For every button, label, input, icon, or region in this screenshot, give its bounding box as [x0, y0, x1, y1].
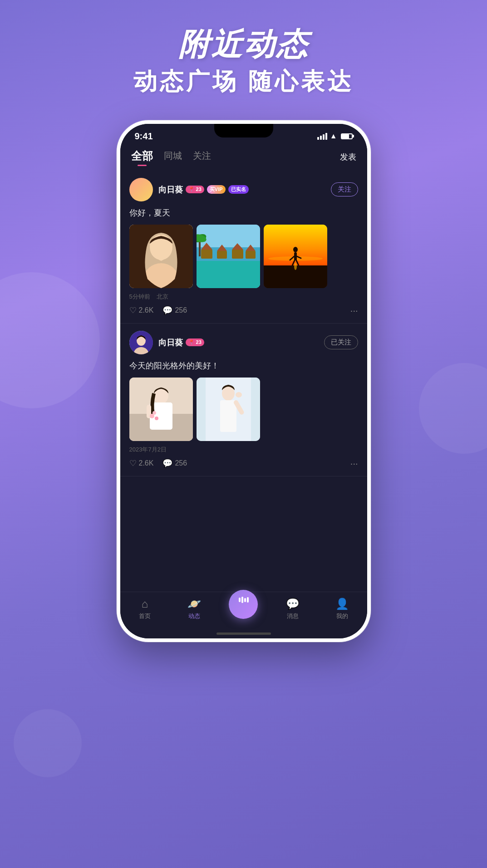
phone-notch — [214, 124, 273, 137]
heart-icon-1: ♡ — [129, 305, 137, 315]
nav-label-home: 首页 — [139, 612, 151, 620]
bottom-nav: ⌂ 首页 🪐 动态 — [120, 592, 367, 629]
status-time: 9:41 — [135, 131, 153, 142]
svg-point-36 — [155, 417, 158, 420]
post-meta-2: 2023年7月2日 — [129, 446, 358, 454]
content-area: 向日葵 📍 23 买VIP 已实名 关注 你好，夏天 — [120, 167, 367, 592]
nav-item-dynamic[interactable]: 🪐 动态 — [178, 598, 210, 620]
post-actions-2: ♡ 2.6K 💬 256 ··· — [129, 458, 358, 469]
like-count-2: 2.6K — [139, 459, 154, 467]
microphone-icon — [237, 597, 250, 612]
svg-rect-41 — [220, 400, 236, 432]
center-record-button[interactable] — [229, 590, 258, 619]
post-image-1-2[interactable] — [197, 225, 260, 288]
svg-rect-46 — [244, 598, 246, 602]
svg-rect-47 — [247, 597, 249, 603]
post-header-1: 向日葵 📍 23 买VIP 已实名 关注 — [129, 178, 358, 201]
nav-item-profile[interactable]: 👤 我的 — [326, 598, 358, 620]
svg-point-37 — [152, 411, 156, 415]
tab-same-city[interactable]: 同城 — [164, 150, 182, 164]
more-icon-2[interactable]: ··· — [350, 458, 358, 469]
bg-decoration-3 — [14, 709, 82, 777]
publish-button[interactable]: 发表 — [340, 152, 356, 162]
header-title: 附近动态 — [0, 27, 487, 61]
nav-label-dynamic: 动态 — [188, 612, 200, 620]
home-indicator — [120, 629, 367, 638]
comment-action-1[interactable]: 💬 256 — [162, 305, 187, 315]
like-action-2[interactable]: ♡ 2.6K — [129, 458, 154, 468]
post-images-2 — [129, 378, 358, 441]
user-name-1: 向日葵 — [158, 184, 183, 195]
post-text-1: 你好，夏天 — [129, 207, 358, 219]
nav-item-center[interactable] — [227, 599, 259, 619]
home-icon: ⌂ — [142, 598, 148, 610]
user-name-2: 向日葵 — [158, 337, 183, 348]
badge-location-1: 📍 23 — [186, 186, 204, 193]
phone-wrapper: 9:41 ▲ 全部 — [0, 120, 487, 642]
comment-action-2[interactable]: 💬 256 — [162, 458, 187, 468]
svg-point-43 — [236, 392, 242, 397]
svg-point-19 — [293, 247, 298, 252]
header-section: 附近动态 动态广场 随心表达 — [0, 0, 487, 98]
phone-outer: 9:41 ▲ 全部 — [117, 120, 371, 642]
badge-vip-1: 买VIP — [207, 185, 226, 194]
wifi-icon: ▲ — [330, 132, 337, 140]
dynamic-icon: 🪐 — [187, 598, 201, 610]
like-action-1[interactable]: ♡ 2.6K — [129, 305, 154, 315]
nav-item-home[interactable]: ⌂ 首页 — [129, 598, 161, 620]
comment-count-2: 256 — [175, 459, 187, 467]
svg-rect-44 — [239, 598, 241, 602]
nav-tabs: 全部 同城 关注 发表 — [120, 145, 367, 167]
svg-point-26 — [294, 263, 297, 270]
user-info-2: 向日葵 📍 23 — [158, 337, 324, 348]
post-card-1: 向日葵 📍 23 买VIP 已实名 关注 你好，夏天 — [120, 171, 367, 324]
svg-rect-10 — [232, 250, 243, 259]
post-image-2-1[interactable] — [129, 378, 193, 441]
post-actions-1: ♡ 2.6K 💬 256 ··· — [129, 305, 358, 316]
svg-rect-45 — [241, 597, 243, 603]
avatar-1[interactable] — [129, 178, 153, 201]
comment-icon-2: 💬 — [162, 458, 172, 468]
home-indicator-bar — [216, 633, 271, 635]
more-icon-1[interactable]: ··· — [350, 305, 358, 316]
post-image-1-1[interactable] — [129, 225, 193, 288]
avatar-2[interactable] — [129, 331, 153, 354]
svg-rect-8 — [217, 251, 227, 259]
nav-item-message[interactable]: 💬 消息 — [277, 598, 309, 620]
status-icons: ▲ — [317, 132, 353, 140]
profile-icon: 👤 — [335, 598, 349, 610]
post-meta-1: 5分钟前 北京 — [129, 293, 358, 301]
comment-icon-1: 💬 — [162, 305, 172, 315]
post-text-2: 今天的阳光格外的美好！ — [129, 360, 358, 372]
followed-button-2[interactable]: 已关注 — [324, 335, 358, 349]
header-subtitle: 动态广场 随心表达 — [0, 66, 487, 98]
tab-all[interactable]: 全部 — [131, 149, 153, 165]
user-name-row-1: 向日葵 📍 23 买VIP 已实名 — [158, 184, 331, 195]
user-info-1: 向日葵 📍 23 买VIP 已实名 — [158, 184, 331, 195]
post-image-1-3[interactable] — [264, 225, 327, 288]
badge-location-2: 📍 23 — [186, 338, 204, 346]
signal-icon — [317, 133, 327, 140]
nav-label-profile: 我的 — [336, 612, 348, 620]
post-image-2-2[interactable] — [197, 378, 260, 441]
svg-rect-6 — [201, 250, 212, 259]
badge-real-1: 已实名 — [228, 185, 249, 194]
nav-label-message: 消息 — [287, 612, 299, 620]
user-name-row-2: 向日葵 📍 23 — [158, 337, 324, 348]
post-header-2: 向日葵 📍 23 已关注 — [129, 331, 358, 354]
comment-count-1: 256 — [175, 306, 187, 314]
post-card-2: 向日葵 📍 23 已关注 今天的阳光格外的美好！ — [120, 324, 367, 476]
message-icon: 💬 — [286, 598, 300, 610]
heart-icon-2: ♡ — [129, 458, 137, 468]
follow-button-1[interactable]: 关注 — [331, 182, 358, 196]
post-images-1 — [129, 225, 358, 288]
like-count-1: 2.6K — [139, 306, 154, 314]
phone-inner: 9:41 ▲ 全部 — [120, 124, 367, 638]
svg-rect-12 — [246, 251, 256, 259]
tab-following[interactable]: 关注 — [193, 150, 211, 164]
battery-icon — [341, 133, 353, 139]
